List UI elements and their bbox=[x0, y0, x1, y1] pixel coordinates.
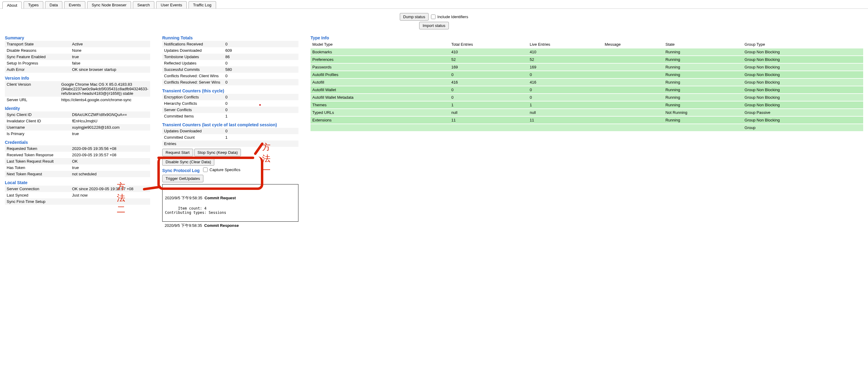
type-cell: 11 bbox=[450, 116, 528, 124]
type-cell: 410 bbox=[450, 48, 528, 56]
kv-key: Setup In Progress bbox=[5, 60, 70, 66]
type-header-cell: State bbox=[664, 41, 743, 48]
kv-key: Successful Commits bbox=[162, 66, 224, 73]
type-cell bbox=[603, 63, 664, 71]
kv-row: Sync First-Time Setup bbox=[5, 198, 150, 205]
col-left: Summary Transport StateActiveDisable Rea… bbox=[5, 32, 150, 228]
kv-row: Server Conflicts0 bbox=[162, 107, 299, 113]
type-cell: Running bbox=[664, 116, 743, 124]
kv-key: Sync Feature Enabled bbox=[5, 54, 70, 60]
type-cell bbox=[528, 124, 603, 131]
type-cell: 52 bbox=[528, 56, 603, 63]
disable-sync-button[interactable]: Disable Sync (Clear Data) bbox=[162, 158, 214, 166]
include-identifiers-checkbox[interactable] bbox=[431, 14, 435, 19]
kv-key: Encryption Conflicts bbox=[162, 94, 224, 100]
tab-events[interactable]: Events bbox=[64, 1, 85, 8]
type-header-cell: Group Type bbox=[743, 41, 863, 48]
type-cell: Group Non Blocking bbox=[743, 79, 863, 86]
kv-value: 0 bbox=[224, 73, 299, 79]
version-info-table: Client VersionGoogle Chrome Mac OS X 85.… bbox=[5, 81, 150, 103]
log-entry2-time: 2020/9/5 下午9:58:35 bbox=[165, 223, 202, 228]
type-header-cell: Total Entries bbox=[450, 41, 528, 48]
tab-sync-node-browser[interactable]: Sync Node Browser bbox=[87, 1, 131, 8]
kv-key: Reflected Updates bbox=[162, 60, 224, 66]
top-controls: Dump status Include Identifiers Import s… bbox=[0, 9, 868, 32]
kv-key: Notifications Received bbox=[162, 41, 224, 47]
capture-specifics-checkbox[interactable] bbox=[203, 168, 208, 172]
type-cell: Preferences bbox=[311, 56, 450, 63]
stop-sync-button[interactable]: Stop Sync (Keep Data) bbox=[194, 149, 241, 156]
kv-value: 609 bbox=[224, 47, 299, 54]
trigger-getupdates-button[interactable]: Trigger GetUpdates bbox=[162, 175, 204, 182]
type-cell: 0 bbox=[528, 94, 603, 101]
kv-value: 0 bbox=[224, 94, 299, 100]
type-cell: 0 bbox=[450, 71, 528, 79]
kv-row: Server ConnectionOK since 2020-09-05 19:… bbox=[5, 186, 150, 192]
kv-row: Updates Downloaded609 bbox=[162, 47, 299, 54]
type-cell: Group Non Blocking bbox=[743, 94, 863, 101]
type-cell bbox=[311, 124, 450, 131]
capture-specifics-text: Capture Specifics bbox=[210, 168, 240, 172]
kv-value: 1 bbox=[224, 134, 299, 141]
log-entry2-title: Commit Response bbox=[204, 223, 239, 228]
log-entry-time: 2020/9/5 下午9:58:35 bbox=[165, 196, 203, 200]
kv-key: Committed Items bbox=[162, 113, 224, 119]
kv-key: Sync Client ID bbox=[5, 112, 70, 118]
identity-table: Sync Client IDD6AicUKCZMF/dIfx9GNQuA==In… bbox=[5, 112, 150, 137]
kv-key: Auth Error bbox=[5, 66, 70, 73]
kv-row: Updates Downloaded0 bbox=[162, 128, 299, 134]
type-cell: Running bbox=[664, 94, 743, 101]
type-cell: Group Non Blocking bbox=[743, 86, 863, 94]
tab-data[interactable]: Data bbox=[45, 1, 62, 8]
type-cell bbox=[603, 116, 664, 124]
kv-row: Last SyncedJust now bbox=[5, 192, 150, 198]
kv-value: https://clients4.google.com/chrome-sync bbox=[59, 97, 150, 103]
tab-traffic-log[interactable]: Traffic Log bbox=[189, 1, 216, 8]
type-cell: Group Non Blocking bbox=[743, 63, 863, 71]
include-identifiers-label[interactable]: Include Identifiers bbox=[431, 14, 468, 19]
type-cell: 416 bbox=[528, 79, 603, 86]
kv-key: Conflicts Resolved: Server Wins bbox=[162, 79, 224, 85]
type-cell: Running bbox=[664, 71, 743, 79]
kv-key: Updates Downloaded bbox=[162, 128, 224, 134]
type-cell: Group Passive bbox=[743, 109, 863, 116]
type-cell: Autofill bbox=[311, 79, 450, 86]
type-cell: Bookmarks bbox=[311, 48, 450, 56]
type-cell: Group Non Blocking bbox=[743, 71, 863, 79]
import-status-button[interactable]: Import status bbox=[419, 22, 448, 29]
type-row: Bookmarks410410RunningGroup Non Blocking bbox=[311, 48, 863, 56]
type-cell bbox=[603, 71, 664, 79]
tab-types[interactable]: Types bbox=[24, 1, 43, 8]
kv-value bbox=[224, 141, 299, 147]
type-cell: Autofill Wallet bbox=[311, 86, 450, 94]
kv-value: 86 bbox=[224, 54, 299, 60]
kv-row: Auth ErrorOK since browser startup bbox=[5, 66, 150, 73]
capture-specifics-label[interactable]: Capture Specifics bbox=[203, 168, 240, 172]
type-cell: Passwords bbox=[311, 63, 450, 71]
kv-key: Sync First-Time Setup bbox=[5, 198, 70, 205]
dump-status-button[interactable]: Dump status bbox=[400, 13, 429, 21]
type-cell: Running bbox=[664, 48, 743, 56]
tab-user-events[interactable]: User Events bbox=[156, 1, 187, 8]
type-cell: 169 bbox=[450, 63, 528, 71]
kv-row: Server URLhttps://clients4.google.com/ch… bbox=[5, 97, 150, 103]
kv-key: Username bbox=[5, 124, 70, 130]
kv-value: 0 bbox=[224, 41, 299, 47]
type-cell bbox=[603, 56, 664, 63]
kv-key: Is Primary bbox=[5, 130, 70, 137]
kv-value: xuyingjie901228@163.com bbox=[70, 124, 150, 130]
type-row: Passwords169169RunningGroup Non Blocking bbox=[311, 63, 863, 71]
tab-about[interactable]: About bbox=[2, 1, 22, 9]
tab-search[interactable]: Search bbox=[133, 1, 154, 8]
type-cell bbox=[450, 124, 528, 131]
kv-value: OK bbox=[70, 158, 150, 165]
type-row: Autofill Wallet00RunningGroup Non Blocki… bbox=[311, 86, 863, 94]
kv-key: Last Token Request Result bbox=[5, 158, 70, 165]
kv-value: None bbox=[70, 47, 150, 54]
type-row: Group bbox=[311, 124, 863, 131]
request-start-button[interactable]: Request Start bbox=[162, 149, 193, 156]
type-row: Extensions1111RunningGroup Non Blocking bbox=[311, 116, 863, 124]
red-dot-icon: • bbox=[259, 102, 261, 109]
kv-value: 2020-09-05 19:35:56 +08 bbox=[70, 145, 150, 152]
running-totals-title: Running Totals bbox=[162, 35, 299, 40]
